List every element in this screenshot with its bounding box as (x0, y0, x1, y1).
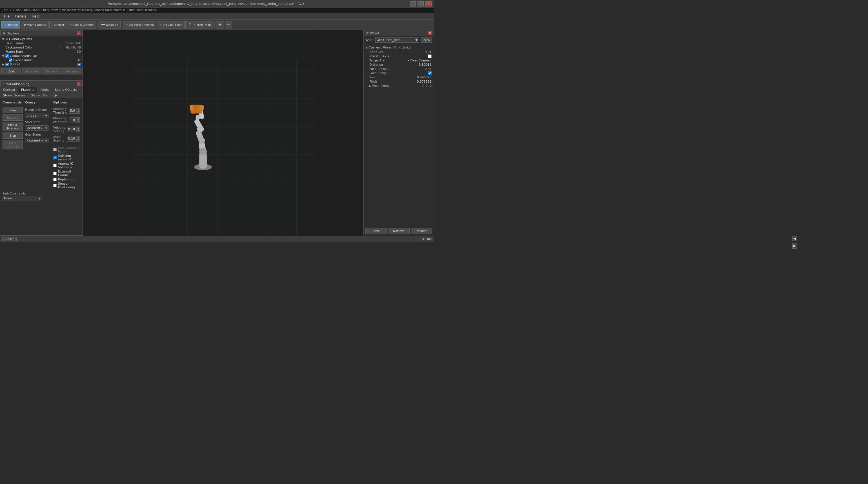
sensor-positioning-checkbox[interactable] (53, 184, 57, 187)
select-icon: ▢ (52, 23, 55, 27)
accel-scaling-spinner[interactable]: 0.10 ▲ ▼ (67, 136, 81, 142)
move-camera-button[interactable]: ⊕ Move Camera (21, 21, 49, 28)
add-display-button[interactable]: Add (1, 68, 21, 74)
plan-button[interactable]: Plan (3, 107, 23, 113)
fixed-frame-status-checkbox[interactable] (9, 58, 12, 62)
goal-state-combo[interactable]: <current> ▼ (25, 138, 49, 143)
motion-close-button[interactable]: ✕ (76, 82, 81, 86)
displays-close-button[interactable]: ✕ (76, 31, 81, 35)
global-status-expand[interactable]: ▼ (2, 54, 5, 58)
planning-attempts-down[interactable]: ▼ (76, 120, 80, 123)
planning-group-label: Planning Group: (25, 108, 49, 111)
plan-execute-button[interactable]: Plan & Execute (3, 122, 23, 131)
duplicate-display-button[interactable]: Duplicate (22, 68, 41, 74)
background-color-value: 48; 48; 48 (65, 46, 81, 49)
planning-group-combo[interactable]: gripper ▼ (25, 113, 49, 118)
clear-octomap-button[interactable]: Clear octomap (3, 140, 23, 149)
approx-ik-checkbox[interactable] (53, 164, 57, 167)
current-view-header[interactable]: ▼ Current View Orbit (rviz) (365, 45, 433, 50)
right-panel: 👁 Views ✕ Type: Orbit (rviz_defau... ▼ Z… (364, 30, 434, 236)
path-constraints-label: Path Constraints (3, 192, 80, 195)
select-button[interactable]: ▢ Select (49, 21, 67, 28)
invert-z-label: Invert Z Axis (369, 54, 427, 58)
measure-button[interactable]: ━━ Measure (99, 21, 121, 28)
external-comm-label: External Comm. (58, 170, 80, 177)
minus-button[interactable]: ━ (225, 21, 232, 28)
cursor-icon: ☞ (4, 23, 6, 27)
menu-file[interactable]: File (1, 14, 12, 19)
color-swatch (59, 46, 62, 49)
planning-time-down[interactable]: ▼ (76, 111, 80, 113)
start-state-combo[interactable]: <current> ▼ (25, 125, 49, 131)
external-comm-checkbox[interactable] (53, 172, 57, 175)
planning-group-value: gripper (27, 114, 38, 118)
velocity-scaling-up[interactable]: ▲ (76, 127, 80, 129)
path-constraints-combo[interactable]: None ▼ (3, 195, 42, 201)
invert-z-checkbox[interactable] (428, 54, 432, 58)
views-zero-button[interactable]: Zero (421, 37, 432, 42)
close-button[interactable]: ✕ (425, 1, 432, 6)
execute-button[interactable]: Execute (3, 115, 23, 121)
reset-button[interactable]: Reset (2, 237, 17, 241)
views-close-button[interactable]: ✕ (428, 31, 432, 35)
target-frame-row: Target Fra... <Fixed Frame> (365, 58, 433, 63)
tab-context[interactable]: Context (0, 87, 18, 93)
collision-aware-ik-checkbox[interactable] (53, 156, 57, 159)
planning-attempts-spinner[interactable]: 10 ▲ ▼ (70, 117, 80, 123)
focal-shape2-checkbox[interactable] (428, 71, 432, 75)
accel-scaling-up[interactable]: ▲ (76, 136, 80, 139)
stop-button[interactable]: Stop (3, 132, 23, 139)
motion-planning-panel: ⚡ MotionPlanning ✕ Context Planning Join… (0, 81, 83, 236)
grid-vis-checkbox[interactable] (78, 63, 81, 66)
accel-scaling-down[interactable]: ▼ (76, 139, 80, 141)
options-title: Options (53, 101, 80, 104)
interact-button[interactable]: ☞ Interact (1, 21, 20, 28)
sensor-positioning-label: Sensor Positioning (58, 182, 80, 189)
replanning-label: Replanning (58, 178, 75, 181)
remove-display-button[interactable]: Remove (42, 68, 61, 74)
planning-time-spinner[interactable]: 5.0 ▲ ▼ (69, 108, 81, 114)
tab-stored-states[interactable]: Stored Sta... (28, 93, 54, 98)
focus-camera-button[interactable]: ◎ Focus Camera (67, 21, 96, 28)
views-rename-button[interactable]: Rename (411, 228, 432, 234)
2d-pose-estimate-button[interactable]: ✦ 2D Pose Estimate (123, 21, 156, 28)
velocity-scaling-spinner[interactable]: 0.10 ▲ ▼ (67, 127, 81, 132)
yaw-label: Yaw (369, 75, 417, 79)
tab-stored-scenes[interactable]: Stored Scenes (0, 93, 28, 98)
rename-display-button[interactable]: Rename (62, 68, 82, 74)
velocity-scaling-down[interactable]: ▼ (76, 129, 80, 132)
grid-checkbox[interactable] (5, 63, 9, 66)
views-save-button[interactable]: Save (365, 228, 387, 234)
planning-attempts-up[interactable]: ▲ (76, 118, 80, 120)
fixed-frame-row: Fixed Frame base_link (4, 41, 82, 46)
planning-time-up[interactable]: ▲ (76, 108, 80, 111)
replanning-checkbox[interactable] (53, 178, 57, 181)
2d-goal-pose-button[interactable]: ✦ 2D Goal Pose (157, 21, 185, 28)
grid-expand[interactable]: ▶ (2, 63, 5, 66)
maximize-button[interactable]: □ (417, 1, 424, 6)
tab-planning[interactable]: Planning (18, 87, 37, 93)
current-view-title: Current View (369, 46, 391, 49)
menu-help[interactable]: Help (29, 14, 42, 19)
use-cartesian-path-checkbox[interactable] (53, 148, 57, 151)
add-icon-button[interactable]: ✚ (216, 21, 224, 28)
3d-viewport[interactable] (83, 30, 364, 236)
focal-point-expand[interactable]: ▶ (369, 85, 371, 87)
tab-more[interactable]: ▶ (54, 93, 59, 98)
query-section: Query Planning Group: gripper ▼ Start St… (25, 101, 49, 190)
views-remove-button[interactable]: Remove (388, 228, 409, 234)
views-type-combo[interactable]: Orbit (rviz_defau... ▼ (375, 37, 419, 42)
goal-state-label: Goal State: (25, 133, 49, 136)
focal-point-row: ▶ Focal Point 0; 0; 0 (365, 84, 433, 88)
menu-panels[interactable]: Panels (12, 14, 29, 19)
minimize-button[interactable]: ─ (410, 1, 416, 6)
planning-time-label: Planning Time (s): (53, 107, 68, 115)
titlebar-title: /home/parallels/moveit2_tutorials_ws/ins… (2, 2, 410, 6)
global-options-expand[interactable]: ▼ (2, 37, 5, 41)
tab-joints[interactable]: Joints (37, 87, 52, 93)
path-constraints-section: Path Constraints None ▼ (3, 192, 80, 201)
publish-point-button[interactable]: 📍 Publish Point (185, 21, 213, 28)
tab-scene-objects[interactable]: Scene Objects (52, 87, 80, 93)
global-status-checkbox[interactable] (5, 54, 9, 58)
svg-rect-0 (131, 30, 315, 236)
